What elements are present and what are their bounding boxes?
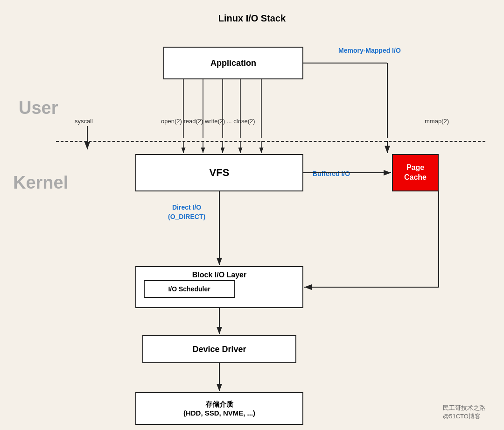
user-kernel-divider xyxy=(56,141,485,142)
label-direct-io: Direct I/O (O_DIRECT) xyxy=(168,203,205,221)
storage-box: 存储介质 (HDD, SSD, NVME, ...) xyxy=(135,392,303,425)
label-syscalls-row: open(2) read(2) write(2) ... close(2) xyxy=(161,118,255,125)
label-mmap: mmap(2) xyxy=(425,118,449,125)
label-user: User xyxy=(19,98,58,118)
watermark: 民工哥技术之路 @51CTO博客 xyxy=(443,404,485,421)
io-scheduler-box: I/O Scheduler xyxy=(144,280,235,298)
label-syscall: syscall xyxy=(75,118,93,125)
page-cache-box: Page Cache xyxy=(392,154,439,191)
diagram-container: Linux I/O Stack User Kernel Application … xyxy=(0,0,504,430)
label-kernel: Kernel xyxy=(13,173,68,193)
device-driver-box: Device Driver xyxy=(142,335,296,363)
label-memory-mapped-io: Memory-Mapped I/O xyxy=(338,47,401,54)
diagram-title: Linux I/O Stack xyxy=(218,13,286,24)
application-box: Application xyxy=(163,47,303,79)
label-buffered-io: Buffered I/O xyxy=(313,170,350,177)
vfs-box: VFS xyxy=(135,154,303,191)
